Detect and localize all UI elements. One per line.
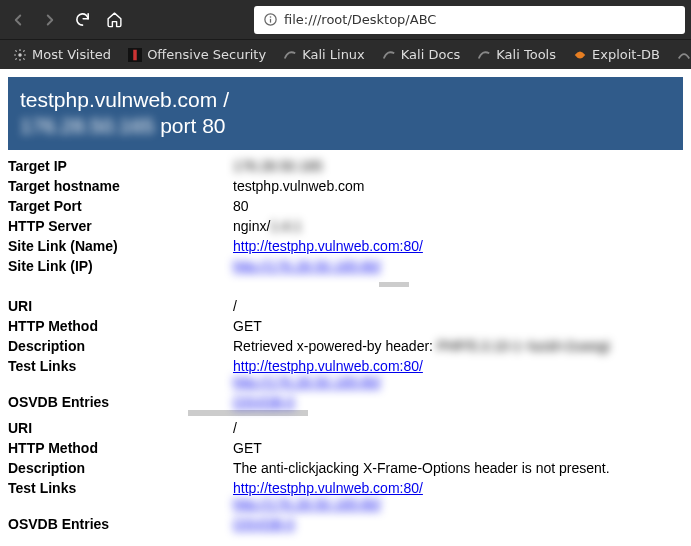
gear-icon	[12, 47, 28, 63]
bookmark-exploit-db[interactable]: Exploit-DB	[566, 45, 666, 65]
site-link-name[interactable]: http://testphp.vulnweb.com:80/	[233, 238, 423, 254]
value: GET	[233, 438, 683, 458]
table-row: HTTP Method GET	[8, 316, 683, 336]
value: The anti-clickjacking X-Frame-Options he…	[233, 458, 683, 478]
key-label: Target hostname	[8, 176, 233, 196]
osvdb-link[interactable]: OSVDB-0	[233, 516, 294, 532]
table-row: URI /	[8, 296, 683, 316]
value: GET	[233, 316, 683, 336]
bookmark-label: Kali Tools	[496, 47, 556, 62]
table-row: Description The anti-clickjacking X-Fram…	[8, 458, 683, 478]
bookmark-aircrack[interactable]: A	[670, 45, 691, 65]
home-button[interactable]	[102, 8, 126, 32]
test-link[interactable]: http://testphp.vulnweb.com:80/	[233, 480, 423, 496]
horizontal-scrollbar[interactable]	[8, 410, 683, 416]
key-label: HTTP Method	[8, 438, 233, 458]
table-row: URI /	[8, 418, 683, 438]
back-button[interactable]	[6, 8, 30, 32]
kali-icon	[282, 47, 298, 63]
table-row: HTTP Method GET	[8, 438, 683, 458]
table-row: Target hostname testphp.vulnweb.com	[8, 176, 683, 196]
key-label: Target Port	[8, 196, 233, 216]
osvdb-link[interactable]: OSVDB-0	[233, 394, 294, 410]
connection-info-icon[interactable]	[262, 12, 278, 28]
table-row: Test Links http://testphp.vulnweb.com:80…	[8, 478, 683, 514]
test-link[interactable]: http://176.28.50.165:80/	[233, 496, 381, 512]
aircrack-icon	[676, 47, 691, 63]
bookmark-label: Exploit-DB	[592, 47, 660, 62]
title-port: port 80	[160, 114, 225, 137]
offsec-icon	[127, 47, 143, 63]
key-label: URI	[8, 418, 233, 438]
browser-toolbar: file:///root/Desktop/ABC	[0, 0, 691, 39]
key-label: URI	[8, 296, 233, 316]
key-label: Description	[8, 336, 233, 356]
table-row: OSVDB Entries OSVDB-0	[8, 514, 683, 534]
table-row: HTTP Server nginx/1.4.1	[8, 216, 683, 236]
svg-rect-2	[269, 19, 270, 23]
forward-button[interactable]	[38, 8, 62, 32]
key-label: Test Links	[8, 356, 233, 392]
key-label: HTTP Server	[8, 216, 233, 236]
table-row: Test Links http://testphp.vulnweb.com:80…	[8, 356, 683, 392]
table-row: Site Link (Name) http://testphp.vulnweb.…	[8, 236, 683, 256]
report-page: testphp.vulnweb.com / 176.28.50.165 port…	[0, 69, 691, 542]
test-link[interactable]: http://176.28.50.165:80/	[233, 374, 381, 390]
value: /	[233, 418, 683, 438]
table-row: Site Link (IP) http://176.28.50.165:80/	[8, 256, 683, 276]
key-label: OSVDB Entries	[8, 392, 233, 412]
target-info-table: Target IP 176.28.50.165 Target hostname …	[8, 156, 683, 276]
bookmark-label: Most Visited	[32, 47, 111, 62]
key-label: Target IP	[8, 156, 233, 176]
finding-table: URI / HTTP Method GET Description Retrie…	[8, 296, 683, 412]
value: testphp.vulnweb.com	[233, 176, 683, 196]
key-label: Site Link (IP)	[8, 256, 233, 276]
key-label: Site Link (Name)	[8, 236, 233, 256]
svg-point-3	[18, 53, 22, 57]
svg-point-1	[269, 16, 271, 18]
report-title: testphp.vulnweb.com / 176.28.50.165 port…	[8, 77, 683, 150]
bookmark-most-visited[interactable]: Most Visited	[6, 45, 117, 65]
url-text: file:///root/Desktop/ABC	[284, 12, 436, 27]
kali-icon	[381, 47, 397, 63]
table-row: Target Port 80	[8, 196, 683, 216]
bookmark-label: Offensive Security	[147, 47, 266, 62]
test-link[interactable]: http://testphp.vulnweb.com:80/	[233, 358, 423, 374]
key-label: OSVDB Entries	[8, 514, 233, 534]
value: 176.28.50.165	[233, 158, 323, 174]
site-link-ip[interactable]: http://176.28.50.165:80/	[233, 258, 381, 274]
bookmark-label: Kali Docs	[401, 47, 461, 62]
title-host: testphp.vulnweb.com	[20, 88, 217, 111]
value: Retrieved x-powered-by header:	[233, 338, 437, 354]
value-blur: 1.4.1	[270, 218, 301, 234]
title-path: /	[223, 88, 229, 111]
value-blur: PHP/5.3.10-1~lucid+2uwsgi	[437, 338, 610, 354]
table-row: OSVDB Entries OSVDB-0	[8, 392, 683, 412]
bookmark-offensive-security[interactable]: Offensive Security	[121, 45, 272, 65]
reload-button[interactable]	[70, 8, 94, 32]
finding-table: URI / HTTP Method GET Description The an…	[8, 418, 683, 534]
kali-icon	[476, 47, 492, 63]
exploitdb-icon	[572, 47, 588, 63]
key-label: Test Links	[8, 478, 233, 514]
value: 80	[233, 196, 683, 216]
table-row: Target IP 176.28.50.165	[8, 156, 683, 176]
bookmark-kali-tools[interactable]: Kali Tools	[470, 45, 562, 65]
svg-rect-5	[133, 49, 137, 60]
key-label: Description	[8, 458, 233, 478]
separator	[8, 280, 683, 292]
bookmark-kali-linux[interactable]: Kali Linux	[276, 45, 371, 65]
key-label: HTTP Method	[8, 316, 233, 336]
value: nginx/	[233, 218, 270, 234]
table-row: Description Retrieved x-powered-by heade…	[8, 336, 683, 356]
address-bar[interactable]: file:///root/Desktop/ABC	[254, 6, 685, 34]
value: /	[233, 296, 683, 316]
title-ip: 176.28.50.165	[20, 114, 154, 137]
bookmark-bar: Most Visited Offensive Security Kali Lin…	[0, 39, 691, 69]
bookmark-kali-docs[interactable]: Kali Docs	[375, 45, 467, 65]
bookmark-label: Kali Linux	[302, 47, 365, 62]
